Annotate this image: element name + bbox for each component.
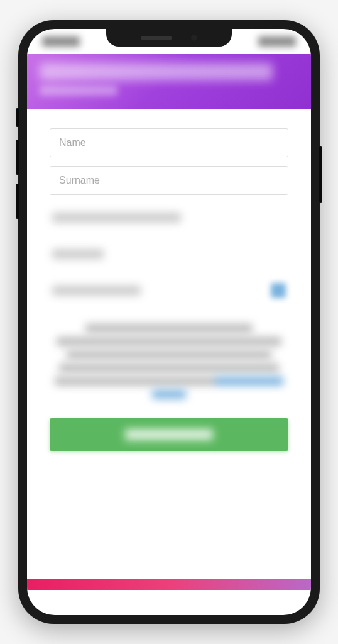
terms-line-4 <box>59 364 279 372</box>
name-input[interactable] <box>50 128 288 157</box>
status-indicators <box>258 36 296 47</box>
phone-screen <box>27 29 311 615</box>
blurred-date-field[interactable] <box>50 277 288 304</box>
power-button <box>319 146 322 203</box>
terms-link[interactable] <box>152 390 185 399</box>
status-time <box>42 36 80 47</box>
calendar-icon <box>271 283 286 298</box>
header-subtitle <box>40 86 117 96</box>
registration-form <box>27 109 311 464</box>
front-camera <box>191 35 197 41</box>
footer-bar <box>27 579 311 590</box>
device-notch <box>106 29 232 47</box>
phone-device-frame <box>18 20 320 624</box>
terms-text <box>50 313 288 418</box>
volume-up-button <box>16 140 19 175</box>
terms-line-2 <box>57 337 281 346</box>
volume-down-button <box>16 184 19 219</box>
submit-button-label <box>125 429 213 440</box>
terms-line-1 <box>85 324 253 333</box>
content-gap <box>27 464 311 489</box>
terms-line-5 <box>55 377 284 386</box>
header-title <box>40 63 273 80</box>
blurred-field-2[interactable] <box>50 240 288 268</box>
header-banner <box>27 54 311 109</box>
submit-button[interactable] <box>50 418 288 451</box>
terms-line-3 <box>67 350 272 359</box>
blurred-field-1[interactable] <box>50 204 288 231</box>
surname-input[interactable] <box>50 166 288 195</box>
silence-switch <box>16 108 19 127</box>
blurred-date-label <box>52 286 141 296</box>
blurred-field-2-label <box>52 249 104 259</box>
blurred-field-1-label <box>52 213 181 223</box>
speaker-grille <box>141 36 172 40</box>
